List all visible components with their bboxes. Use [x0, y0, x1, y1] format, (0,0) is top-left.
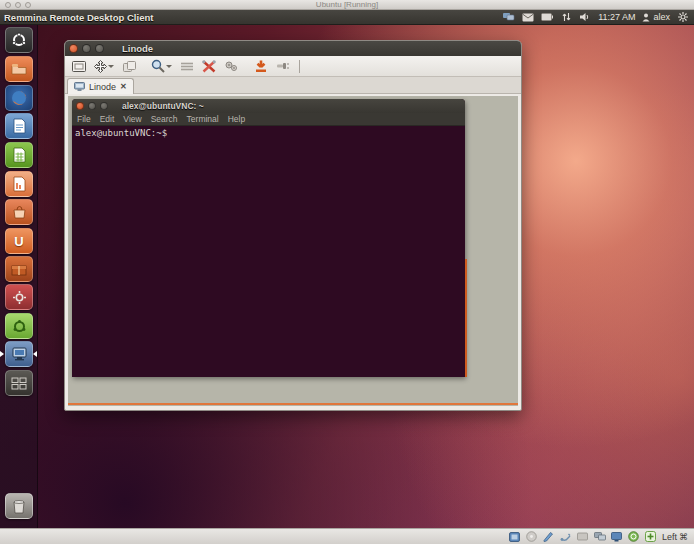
- screen: Ubuntu [Running] Remmina Remote Desktop …: [0, 0, 694, 544]
- disconnect-button[interactable]: [275, 59, 291, 74]
- ubuntu-top-panel: Remmina Remote Desktop Client 11:27 AM a…: [0, 10, 694, 25]
- connection-tab-icon: [74, 82, 85, 91]
- launcher-item-libreoffice-impress[interactable]: [5, 171, 33, 197]
- toolbar-separator: [299, 60, 300, 73]
- audio-icon[interactable]: [543, 531, 555, 542]
- grab-keyboard-button[interactable]: [179, 59, 195, 74]
- launcher-item-package-box[interactable]: [5, 256, 33, 282]
- volume-icon[interactable]: [579, 12, 591, 23]
- terminal-titlebar[interactable]: alex@ubuntuVNC: ~: [72, 99, 465, 113]
- launcher-item-ubuntu-one[interactable]: U: [5, 228, 33, 254]
- remote-terminal-window[interactable]: alex@ubuntuVNC: ~ File Edit View Search …: [72, 99, 465, 377]
- connection-tab-linode[interactable]: Linode ✕: [67, 78, 134, 94]
- zoom-dropdown-arrow[interactable]: [166, 65, 172, 68]
- menu-help[interactable]: Help: [228, 114, 245, 124]
- menu-terminal[interactable]: Terminal: [187, 114, 219, 124]
- plug-icon: [277, 61, 290, 71]
- desktop-wallpaper: U: [0, 25, 694, 528]
- launcher-item-workspace-switcher[interactable]: [5, 370, 33, 396]
- ubuntu-logo-icon: [11, 32, 27, 48]
- launcher-item-software-updater[interactable]: [5, 313, 33, 339]
- resize-window-button[interactable]: [93, 59, 115, 74]
- launcher-item-libreoffice-calc[interactable]: [5, 142, 33, 168]
- gear-wrench-icon: [12, 290, 27, 305]
- launcher-item-dash[interactable]: [5, 27, 33, 53]
- terminal-focus-edge: [465, 259, 467, 377]
- network-icon[interactable]: [594, 531, 606, 542]
- menu-view[interactable]: View: [123, 114, 141, 124]
- workspace-grid-icon: [11, 377, 27, 390]
- terminal-window-title: alex@ubuntuVNC: ~: [122, 101, 204, 111]
- host-window-titlebar: Ubuntu [Running]: [0, 0, 694, 10]
- display-icon[interactable]: [611, 531, 623, 542]
- menu-file[interactable]: File: [77, 114, 91, 124]
- calc-spreadsheet-icon: [13, 147, 26, 163]
- trash-icon: [12, 499, 26, 514]
- virtualbox-statusbar: Left ⌘: [0, 528, 694, 544]
- active-app-arrow-left: [0, 351, 4, 357]
- vnc-viewport[interactable]: alex@ubuntuVNC: ~ File Edit View Search …: [68, 96, 518, 406]
- fullscreen-button[interactable]: [71, 59, 87, 74]
- host-key-indicator: Left ⌘: [662, 532, 688, 542]
- mail-envelope-icon[interactable]: [522, 12, 534, 23]
- ubuntu-one-letter: U: [14, 234, 23, 249]
- remmina-toolbar: [65, 56, 521, 77]
- network-monitors-icon[interactable]: [503, 12, 515, 23]
- launcher-item-remmina[interactable]: [5, 341, 33, 367]
- screenshot-button[interactable]: [253, 59, 269, 74]
- resize-dropdown-arrow[interactable]: [108, 65, 114, 68]
- host-window-title: Ubuntu [Running]: [0, 0, 694, 10]
- preferences-button[interactable]: [201, 59, 217, 74]
- battery-icon[interactable]: [541, 12, 553, 23]
- zoom-button[interactable]: [149, 59, 173, 74]
- menu-edit[interactable]: Edit: [100, 114, 115, 124]
- fullscreen-icon: [72, 61, 86, 72]
- launcher-item-home-folder[interactable]: [5, 56, 33, 82]
- clock[interactable]: 11:27 AM: [598, 12, 635, 22]
- menu-search[interactable]: Search: [151, 114, 178, 124]
- gears-icon: [224, 60, 238, 72]
- session-gear-icon[interactable]: [677, 12, 689, 23]
- host-key-label: Left: [662, 532, 677, 542]
- remmina-window-title: Linode: [122, 43, 153, 54]
- firefox-icon: [10, 89, 28, 107]
- remmina-monitor-icon: [11, 347, 28, 361]
- tab-close-icon[interactable]: ✕: [120, 82, 127, 91]
- tools-button[interactable]: [223, 59, 239, 74]
- launcher-item-trash[interactable]: [5, 493, 33, 519]
- shared-folders-icon[interactable]: [577, 531, 589, 542]
- package-box-icon: [11, 263, 27, 276]
- scaled-mode-button[interactable]: [121, 59, 137, 74]
- remmina-window: Linode: [64, 40, 522, 411]
- hdd-icon[interactable]: [509, 531, 521, 542]
- magnifier-icon: [151, 59, 165, 73]
- usb-icon[interactable]: [560, 531, 572, 542]
- terminal-minimize-button[interactable]: [88, 102, 96, 110]
- scaled-windows-icon: [123, 61, 136, 72]
- features-plus-icon[interactable]: [645, 531, 657, 542]
- user-menu[interactable]: alex: [642, 12, 670, 22]
- sync-arrows-icon[interactable]: [560, 12, 572, 23]
- launcher-item-system-settings[interactable]: [5, 284, 33, 310]
- active-app-title[interactable]: Remmina Remote Desktop Client: [4, 12, 153, 23]
- view-sync-icon[interactable]: [628, 531, 640, 542]
- terminal-body[interactable]: alex@ubuntuVNC:~$: [72, 126, 465, 377]
- launcher-item-libreoffice-writer[interactable]: [5, 113, 33, 139]
- remmina-tabbar: Linode ✕: [65, 77, 521, 94]
- terminal-prompt: alex@ubuntuVNC:~$: [75, 128, 462, 138]
- remmina-maximize-button[interactable]: [95, 44, 104, 53]
- resize-arrows-icon: [94, 60, 107, 73]
- tools-icon: [202, 60, 216, 73]
- folder-icon: [11, 63, 27, 75]
- terminal-close-button[interactable]: [76, 102, 84, 110]
- username: alex: [653, 12, 670, 22]
- unity-launcher: U: [0, 25, 38, 528]
- launcher-item-software-center[interactable]: [5, 199, 33, 225]
- remmina-titlebar[interactable]: Linode: [65, 41, 521, 56]
- grab-keyboard-icon: [181, 62, 193, 71]
- remmina-minimize-button[interactable]: [82, 44, 91, 53]
- remmina-close-button[interactable]: [69, 44, 78, 53]
- optical-disc-icon[interactable]: [526, 531, 538, 542]
- terminal-maximize-button[interactable]: [100, 102, 108, 110]
- launcher-item-firefox[interactable]: [5, 85, 33, 111]
